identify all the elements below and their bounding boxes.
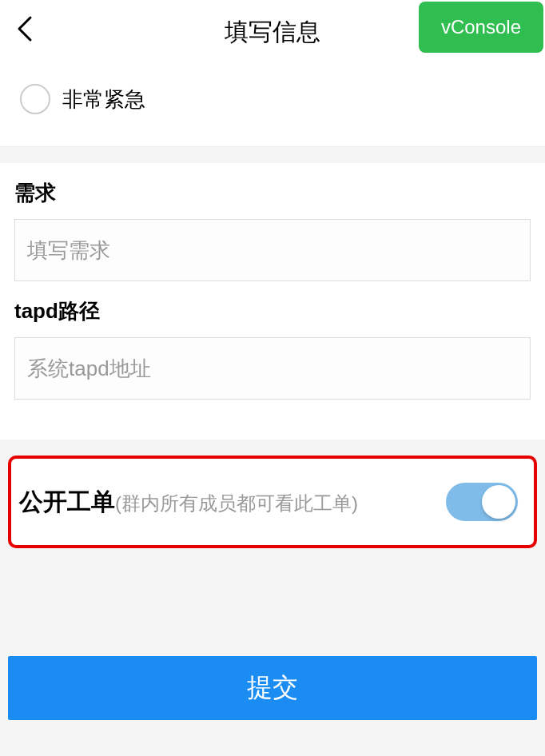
requirement-input[interactable] <box>14 219 531 281</box>
radio-label: 非常紧急 <box>62 86 145 113</box>
radio-very-urgent[interactable]: 非常紧急 <box>20 84 525 114</box>
submit-button[interactable]: 提交 <box>8 656 537 720</box>
submit-section: 提交 <box>8 656 537 720</box>
public-ticket-section: 公开工单 (群内所有成员都可看此工单) <box>8 456 537 548</box>
vconsole-button[interactable]: vConsole <box>419 2 543 53</box>
radio-circle-icon <box>20 84 50 114</box>
form-section: 需求 tapd路径 <box>0 163 545 440</box>
page-header: 填写信息 vConsole <box>0 0 545 64</box>
tapd-input[interactable] <box>14 337 531 400</box>
urgency-section: 非常紧急 <box>0 64 545 147</box>
toggle-subtitle: (群内所有成员都可看此工单) <box>115 491 358 516</box>
tapd-group: tapd路径 <box>14 297 531 400</box>
tapd-label: tapd路径 <box>14 297 531 325</box>
requirement-label: 需求 <box>14 179 531 207</box>
public-toggle-switch[interactable] <box>446 483 518 521</box>
toggle-text: 公开工单 (群内所有成员都可看此工单) <box>19 486 358 519</box>
requirement-group: 需求 <box>14 179 531 281</box>
back-icon[interactable] <box>16 14 34 50</box>
toggle-knob-icon <box>482 485 515 519</box>
toggle-title: 公开工单 <box>19 486 115 519</box>
